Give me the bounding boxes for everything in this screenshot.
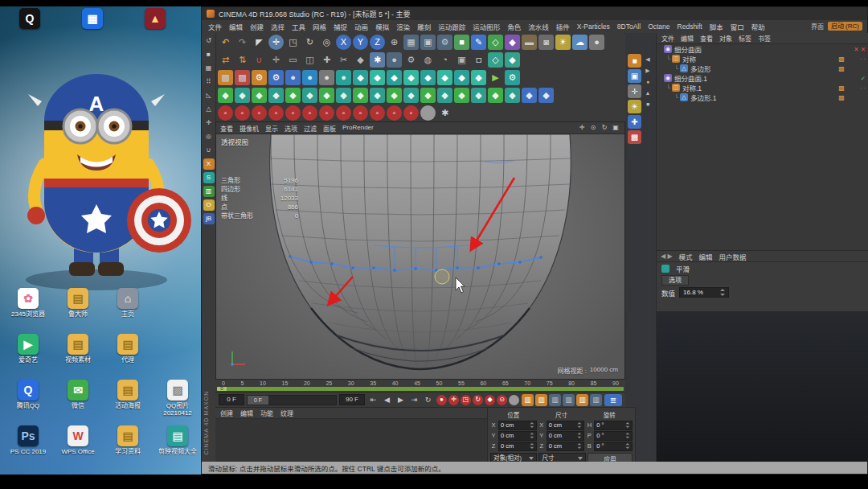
toolbar-icon[interactable]: ◦ xyxy=(403,105,419,121)
toolbar-icon[interactable]: ⚙ xyxy=(437,35,452,50)
toolbar-icon[interactable]: ☁ xyxy=(572,35,588,50)
object-tag-icon[interactable]: ▩ xyxy=(837,94,846,101)
current-frame-marker[interactable]: 0 xyxy=(217,387,227,391)
toolbar-icon[interactable]: ◆ xyxy=(505,52,520,68)
toolbar-icon[interactable]: ◆ xyxy=(522,88,537,103)
mode-tool-icon[interactable]: O xyxy=(203,199,215,211)
om-menu-item[interactable]: 标签 xyxy=(739,34,751,43)
palette-icon[interactable]: ▩ xyxy=(628,130,641,144)
toolbar-icon[interactable]: ↶ xyxy=(218,35,233,50)
toolbar-icon[interactable]: ◤ xyxy=(252,35,267,50)
toolbar-icon[interactable]: ◆ xyxy=(353,88,368,103)
size-field[interactable]: 0 cm xyxy=(547,431,585,441)
attr-menu-item[interactable]: 用户数据 xyxy=(719,252,747,261)
toolbar-icon[interactable]: ◆ xyxy=(420,88,436,103)
toolbar-icon[interactable]: X xyxy=(336,35,351,50)
record-key-icon[interactable]: ◆ xyxy=(485,395,495,405)
toolbar-icon[interactable]: ◆ xyxy=(437,88,452,103)
toolbar-icon[interactable]: ⚙ xyxy=(252,70,267,85)
viewport-menu-item[interactable]: 过滤 xyxy=(304,124,317,133)
mode-tool-icon[interactable]: ◎ xyxy=(203,131,215,142)
toolbar-icon[interactable]: ◆ xyxy=(505,88,520,103)
power-slider[interactable]: 0 F xyxy=(247,395,337,405)
start-frame-field[interactable]: 0 F xyxy=(219,394,244,405)
toolbar-icon[interactable]: ◆ xyxy=(252,88,267,103)
record-key-icon[interactable]: ⊙ xyxy=(497,395,507,405)
desktop-icon[interactable]: ▤ 剪映视频大全 xyxy=(153,425,203,471)
menu-item[interactable]: 捕捉 xyxy=(334,22,347,31)
object-visibility-dots[interactable]: ✕ ✕ xyxy=(846,46,866,53)
toolbar-icon[interactable]: ◦ xyxy=(252,105,267,121)
mode-tool-icon[interactable]: ◺ xyxy=(203,90,215,101)
toolbar-icon[interactable]: ⇅ xyxy=(235,52,250,68)
mode-tool-icon[interactable]: ✛ xyxy=(203,117,215,129)
palette-icon[interactable]: ● xyxy=(643,76,653,86)
toolbar-icon[interactable]: ● xyxy=(589,35,604,50)
attr-menu-item[interactable]: 编辑 xyxy=(699,252,713,261)
playback-icon[interactable]: ◀ xyxy=(381,394,393,406)
toolbar-icon[interactable]: ◆ xyxy=(403,88,419,103)
toolbar-icon[interactable]: ◆ xyxy=(538,88,554,103)
desktop-icon[interactable]: ▤ 视频素材 xyxy=(53,334,103,380)
viewport-menu-item[interactable]: 面板 xyxy=(323,124,336,133)
desktop-icon[interactable]: ✿ 2345浏览器 xyxy=(3,288,53,334)
toolbar-icon[interactable]: ◦ xyxy=(235,105,250,121)
om-menu-item[interactable]: 编辑 xyxy=(681,34,694,43)
toolbar-icon[interactable]: ◆ xyxy=(235,88,250,103)
rotation-field[interactable]: 0 ° xyxy=(594,442,633,451)
desktop-icon[interactable]: Ps PS CC 2019 xyxy=(3,425,53,471)
menu-item[interactable]: 模拟 xyxy=(375,22,389,31)
desktop-icon[interactable]: ▤ 代理 xyxy=(103,334,153,380)
playback-icon[interactable]: ↻ xyxy=(422,394,434,406)
toolbar-icon[interactable]: ● xyxy=(336,70,351,85)
toolbar-icon[interactable]: ✛ xyxy=(268,35,284,50)
palette-icon[interactable]: ◀ xyxy=(643,54,653,64)
toolbar-icon[interactable]: ◆ xyxy=(370,88,385,103)
view-control-icon[interactable]: ⊙ xyxy=(588,123,598,133)
playback-icon[interactable]: ⇤ xyxy=(367,394,379,406)
view-control-icon[interactable]: ✛ xyxy=(577,123,587,133)
menu-item[interactable]: 文件 xyxy=(208,22,222,31)
toolbar-icon[interactable]: ◆ xyxy=(353,52,368,68)
toolbar-icon[interactable]: ✂ xyxy=(336,52,351,68)
toolbar-icon[interactable]: ✱ xyxy=(370,52,385,68)
mode-tool-icon[interactable]: ▥ xyxy=(203,186,215,197)
object-label[interactable]: 多边形 xyxy=(690,64,837,73)
palette-icon[interactable]: ▶ xyxy=(643,65,653,75)
desktop-icon[interactable]: Q xyxy=(5,8,55,31)
toolbar-icon[interactable]: Y xyxy=(353,35,368,50)
mode-tool-icon[interactable]: △ xyxy=(203,104,215,115)
mode-tool-icon[interactable]: ▦ xyxy=(203,63,215,74)
menu-item[interactable]: 帮助 xyxy=(751,22,765,31)
extra-icon[interactable]: ▥ xyxy=(522,394,534,406)
toolbar-icon[interactable]: ▶ xyxy=(488,70,503,85)
toolbar-icon[interactable]: ◍ xyxy=(420,52,436,68)
menu-item[interactable]: 脚本 xyxy=(710,22,723,31)
mode-tool-icon[interactable]: jB xyxy=(203,213,215,224)
material-menu-item[interactable]: 纹理 xyxy=(280,409,293,417)
toolbar-icon[interactable]: ◦ xyxy=(268,105,284,121)
desktop-icon[interactable]: ⌂ 主页 xyxy=(103,288,153,334)
material-menu-item[interactable]: 创建 xyxy=(220,409,233,417)
title-bar[interactable]: CINEMA 4D R19.068 Studio (RC - R19) - [未… xyxy=(202,7,867,20)
extra-icon[interactable]: ▥ xyxy=(535,394,547,406)
record-key-icon[interactable]: ● xyxy=(436,395,447,405)
menu-item[interactable]: Redshift xyxy=(678,23,702,31)
toolbar-icon[interactable]: ◆ xyxy=(218,88,233,103)
toolbar-icon[interactable]: ⚙ xyxy=(505,70,520,85)
attr-nav-arrows[interactable]: ◀ ▶ xyxy=(661,253,673,260)
position-field[interactable]: 0 cm xyxy=(498,442,537,451)
toolbar-icon[interactable] xyxy=(420,105,436,121)
toolbar-icon[interactable]: ◆ xyxy=(488,88,503,103)
menu-item[interactable]: 运动跟踪 xyxy=(438,22,465,31)
preview-range-bar[interactable] xyxy=(217,387,624,391)
frame-handle[interactable]: 0 F xyxy=(248,396,268,405)
viewport[interactable]: 查看摄像机显示选项过滤面板ProRender ✛⊙↻▣ xyxy=(215,121,625,379)
rotation-field[interactable]: 0 ° xyxy=(594,421,633,430)
toolbar-icon[interactable]: ◆ xyxy=(420,70,436,85)
menu-item[interactable]: X-Particles xyxy=(577,23,610,31)
menu-item[interactable]: Octane xyxy=(648,23,669,31)
toolbar-icon[interactable]: ⇄ xyxy=(218,52,233,68)
toolbar-icon[interactable]: ▩ xyxy=(235,70,250,85)
desktop-icon[interactable]: ▶ 爱奇艺 xyxy=(3,334,53,380)
